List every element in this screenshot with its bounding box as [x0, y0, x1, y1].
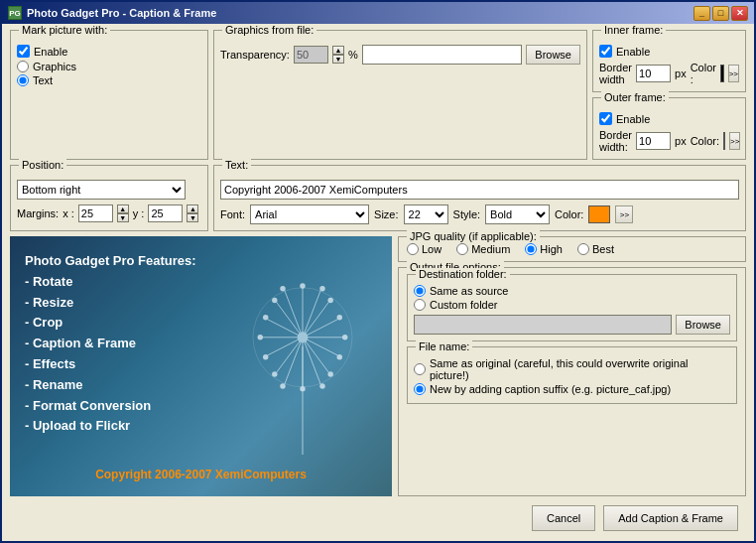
svg-point-27: [337, 354, 342, 359]
high-radio[interactable]: [525, 243, 537, 255]
window-title: Photo Gadget Pro - Caption & Frame: [27, 7, 216, 19]
svg-point-25: [272, 371, 277, 376]
position-select[interactable]: Bottom right Top left Top center Top rig…: [17, 180, 186, 200]
titlebar-left: PG Photo Gadget Pro - Caption & Frame: [8, 6, 216, 20]
text-color-btn[interactable]: >>: [615, 205, 633, 223]
dest-folder-label: Destination folder:: [416, 268, 510, 280]
transparency-input[interactable]: [294, 46, 328, 64]
add-caption-button[interactable]: Add Caption & Frame: [603, 505, 738, 531]
style-select[interactable]: Bold Regular Italic Bold Italic: [485, 204, 550, 224]
cancel-button[interactable]: Cancel: [532, 505, 595, 531]
enable-row: Enable: [17, 45, 201, 58]
outer-color-swatch[interactable]: [723, 132, 725, 150]
low-radio[interactable]: [407, 243, 419, 255]
color-label: Color:: [555, 208, 583, 220]
best-label: Best: [592, 243, 614, 255]
outer-color-btn[interactable]: >>: [729, 132, 740, 150]
inner-frame-label: Inner frame:: [601, 24, 666, 36]
x-up[interactable]: ▲: [117, 204, 129, 213]
font-label: Font:: [220, 208, 245, 220]
file-name-label: File name:: [416, 340, 472, 352]
graphics-radio[interactable]: [17, 61, 29, 72]
inner-enable-label: Enable: [616, 46, 650, 58]
size-label: Size:: [374, 208, 398, 220]
high-option: High: [525, 243, 563, 255]
mark-picture-label: Mark picture with:: [19, 24, 110, 36]
inner-border-row: Border width px Color : >>: [599, 62, 739, 85]
enable-checkbox[interactable]: [17, 45, 30, 58]
same-as-source-radio[interactable]: [414, 285, 426, 297]
svg-line-14: [285, 291, 303, 338]
font-row: Font: Arial Times New Roman Verdana Size…: [220, 204, 739, 224]
folder-path-row: Browse: [414, 315, 730, 335]
x-label: x :: [63, 207, 74, 219]
same-as-original-row: Same as original (careful, this could ov…: [414, 357, 730, 381]
preview-copyright: Copyright 2006-2007 XemiComputers: [25, 468, 377, 481]
svg-point-19: [300, 386, 305, 391]
transparency-down[interactable]: ▼: [332, 55, 344, 64]
percent-label: %: [348, 49, 358, 61]
x-down[interactable]: ▼: [117, 213, 129, 222]
y-down[interactable]: ▼: [187, 213, 198, 222]
dandelion-decoration: [223, 256, 382, 455]
x-margin-input[interactable]: [78, 204, 113, 222]
outer-enable-checkbox[interactable]: [599, 112, 612, 125]
y-margin-spinner: ▲ ▼: [187, 204, 198, 222]
outer-border-input[interactable]: [636, 132, 671, 150]
y-margin-input[interactable]: [148, 204, 183, 222]
y-up[interactable]: ▲: [187, 204, 198, 213]
medium-radio[interactable]: [456, 243, 468, 255]
text-radio-row: Text: [17, 74, 201, 86]
best-option: Best: [577, 243, 614, 255]
bottom-bar: Cancel Add Caption & Frame: [10, 501, 746, 535]
transparency-up[interactable]: ▲: [332, 46, 344, 55]
y-label: y :: [133, 207, 145, 219]
minimize-button[interactable]: _: [693, 6, 710, 21]
inner-enable-checkbox[interactable]: [599, 45, 612, 58]
outer-frame-group: Outer frame: Enable Border width: px Col…: [592, 97, 746, 160]
inner-color-swatch[interactable]: [720, 65, 724, 82]
svg-point-29: [263, 354, 268, 359]
new-by-adding-row: New by adding caption suffix (e.g. pictu…: [414, 383, 730, 395]
maximize-button[interactable]: □: [712, 6, 729, 21]
inner-color-btn[interactable]: >>: [728, 65, 739, 82]
outer-enable-label: Enable: [616, 113, 650, 125]
svg-point-26: [263, 315, 268, 320]
dest-folder-group: Destination folder: Same as source Custo…: [407, 274, 737, 341]
medium-option: Medium: [456, 243, 510, 255]
enable-label: Enable: [34, 46, 67, 58]
font-select[interactable]: Arial Times New Roman Verdana: [250, 204, 369, 224]
size-select[interactable]: 22 8101214161820242832: [404, 204, 448, 224]
jpg-quality-label: JPG quality (if applicable):: [407, 230, 540, 242]
svg-point-28: [337, 315, 342, 320]
text-value-input[interactable]: [220, 180, 739, 200]
right-panel: JPG quality (if applicable): Low Medium: [398, 236, 746, 496]
text-color-swatch[interactable]: [588, 205, 610, 223]
margins-row: Margins: x : ▲ ▼ y : ▲ ▼: [17, 204, 201, 222]
best-radio[interactable]: [577, 243, 589, 255]
same-as-source-label: Same as source: [430, 285, 508, 297]
svg-line-6: [277, 302, 303, 337]
custom-folder-label: Custom folder: [430, 299, 497, 311]
svg-point-18: [300, 283, 305, 288]
svg-line-12: [303, 320, 337, 338]
same-as-original-radio[interactable]: [414, 363, 426, 375]
graphics-path-input[interactable]: [362, 45, 523, 65]
inner-border-input[interactable]: [636, 65, 671, 82]
close-button[interactable]: ✕: [731, 6, 748, 21]
folder-path-input[interactable]: [414, 315, 672, 335]
text-group-label: Text:: [222, 159, 251, 171]
folder-browse-button[interactable]: Browse: [676, 315, 730, 335]
graphics-from-group: Graphics from file: Transparency: ▲ ▼ % …: [213, 30, 587, 160]
custom-folder-radio[interactable]: [414, 299, 426, 311]
titlebar: PG Photo Gadget Pro - Caption & Frame _ …: [2, 2, 754, 24]
svg-line-17: [285, 338, 303, 384]
text-radio[interactable]: [17, 74, 29, 86]
svg-line-13: [268, 338, 303, 355]
graphics-browse-button[interactable]: Browse: [526, 45, 580, 65]
new-by-adding-radio[interactable]: [414, 383, 426, 395]
output-options-group: Output file options: Destination folder:…: [398, 267, 746, 496]
top-section: Mark picture with: Enable Graphics Text …: [10, 30, 746, 160]
jpg-quality-options: Low Medium High Best: [407, 243, 737, 255]
frame-section: Inner frame: Enable Border width px Colo…: [592, 30, 746, 160]
